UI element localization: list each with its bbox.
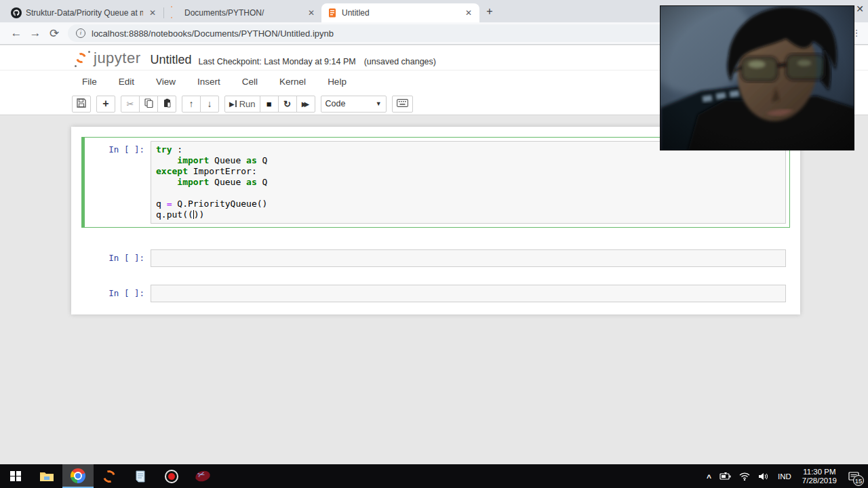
- tab-github[interactable]: Struktur-Data/Priority Queue at m ✕: [5, 3, 163, 22]
- jupyter-logo-icon[interactable]: [75, 51, 91, 67]
- paste-icon: [163, 98, 172, 110]
- add-cell-button[interactable]: +: [96, 96, 115, 113]
- jupyter-icon: [170, 7, 180, 18]
- snipping-taskbar-button[interactable]: [187, 464, 218, 488]
- cell-prompt: In [ ]:: [85, 249, 151, 267]
- snipping-tool-icon: [194, 469, 211, 483]
- battery-icon[interactable]: [719, 472, 731, 480]
- page-info-icon[interactable]: i: [76, 28, 85, 38]
- command-palette-button[interactable]: [392, 96, 413, 113]
- forward-icon[interactable]: →: [26, 26, 45, 40]
- volume-icon[interactable]: [758, 472, 768, 481]
- code-editor-empty[interactable]: [151, 285, 786, 302]
- stop-button[interactable]: ■: [260, 96, 279, 113]
- start-button[interactable]: [0, 464, 31, 488]
- cut-cell-button[interactable]: ✂: [121, 96, 140, 113]
- caret-down-icon: ▼: [376, 100, 382, 107]
- tab-jupyter-files[interactable]: Documents/PYTHON/ ✕: [164, 3, 322, 22]
- action-center-button[interactable]: 15: [842, 464, 865, 488]
- notebook-title[interactable]: Untitled: [151, 53, 192, 67]
- checkpoint-text: Last Checkpoint: Last Monday at 9:14 PM: [199, 57, 356, 67]
- menu-edit[interactable]: Edit: [119, 77, 134, 87]
- tab-title: Struktur-Data/Priority Queue at m: [26, 8, 143, 18]
- save-button[interactable]: [72, 96, 91, 113]
- fast-forward-icon: ▶▶: [302, 100, 309, 108]
- taskbar: ^ IND 11:30 PM 7/28/2019 15: [0, 464, 868, 488]
- language-indicator[interactable]: IND: [778, 472, 791, 481]
- webcam-video: [660, 6, 854, 150]
- code-cell-2[interactable]: In [ ]:: [81, 245, 790, 271]
- notepad-icon: [134, 470, 146, 483]
- run-button[interactable]: ▶ Run: [224, 96, 260, 113]
- tab-title: Untitled: [342, 8, 459, 18]
- menu-insert[interactable]: Insert: [197, 77, 220, 87]
- move-cell-down-button[interactable]: ↓: [200, 96, 219, 113]
- code-cell-1[interactable]: In [ ]: try : import Queue as Qexcept Im…: [81, 137, 790, 228]
- cut-icon: ✂: [127, 99, 134, 109]
- tab-close-icon[interactable]: ✕: [147, 7, 158, 18]
- clock[interactable]: 11:30 PM 7/28/2019: [802, 468, 837, 485]
- jupyter-logo-text[interactable]: jupyter: [94, 49, 141, 67]
- menu-kernel[interactable]: Kernel: [279, 77, 306, 87]
- tab-title: Documents/PYTHON/: [184, 8, 302, 18]
- menu-view[interactable]: View: [156, 77, 176, 87]
- chrome-icon: [71, 468, 85, 483]
- paste-cell-button[interactable]: [157, 96, 176, 113]
- code-editor[interactable]: try : import Queue as Qexcept ImportErro…: [151, 141, 786, 224]
- tab-close-icon[interactable]: ✕: [306, 7, 317, 18]
- move-cell-up-button[interactable]: ↑: [182, 96, 201, 113]
- recorder-taskbar-button[interactable]: [156, 464, 187, 488]
- run-label: Run: [239, 99, 256, 109]
- code-cell-3[interactable]: In [ ]:: [81, 281, 790, 306]
- arrow-down-icon: ↓: [208, 98, 212, 109]
- restart-run-all-button[interactable]: ▶▶: [296, 96, 315, 113]
- menu-cell[interactable]: Cell: [242, 77, 258, 87]
- menu-help[interactable]: Help: [328, 77, 347, 87]
- menu-file[interactable]: File: [82, 77, 97, 87]
- cell-type-value: Code: [326, 99, 346, 108]
- stop-icon: ■: [267, 99, 272, 109]
- code-lines: try : import Queue as Qexcept ImportErro…: [156, 144, 783, 220]
- restart-kernel-button[interactable]: ↻: [278, 96, 297, 113]
- notebook-container: In [ ]: try : import Queue as Qexcept Im…: [71, 127, 800, 314]
- clock-date: 7/28/2019: [802, 476, 837, 485]
- notification-badge: 15: [853, 475, 864, 486]
- plus-icon: +: [102, 98, 108, 110]
- new-tab-button[interactable]: +: [483, 5, 496, 18]
- step-forward-icon: ▶: [229, 100, 235, 108]
- record-icon: [165, 470, 178, 483]
- url-text[interactable]: localhost:8888/notebooks/Documents/PYTHO…: [92, 28, 334, 39]
- unsaved-changes-text: (unsaved changes): [364, 57, 436, 67]
- windows-logo-icon: [10, 471, 21, 482]
- notepad-taskbar-button[interactable]: [125, 464, 156, 488]
- jupyter-taskbar-button[interactable]: [94, 464, 125, 488]
- keyboard-icon: [397, 99, 408, 109]
- folder-icon: [39, 470, 54, 483]
- jupyter-icon: [101, 468, 117, 485]
- window-close-button[interactable]: ✕: [856, 3, 864, 14]
- back-icon[interactable]: ←: [7, 26, 26, 40]
- notebook-icon: [327, 7, 338, 18]
- copy-icon: [144, 98, 153, 110]
- arrow-up-icon: ↑: [189, 98, 194, 109]
- save-icon: [77, 98, 86, 110]
- wifi-icon[interactable]: [739, 472, 750, 481]
- restart-icon: ↻: [283, 99, 291, 109]
- cell-prompt: In [ ]:: [85, 141, 151, 224]
- chrome-taskbar-button[interactable]: [62, 464, 94, 488]
- cell-prompt: In [ ]:: [85, 285, 151, 302]
- clock-time: 11:30 PM: [802, 468, 837, 476]
- tab-close-icon[interactable]: ✕: [463, 7, 474, 18]
- screen: Struktur-Data/Priority Queue at m ✕ Docu…: [0, 0, 868, 488]
- cell-type-select[interactable]: Code ▼: [321, 96, 387, 113]
- tray-expand-icon[interactable]: ^: [707, 473, 711, 483]
- reload-icon[interactable]: ⟳: [45, 26, 64, 41]
- github-icon: [11, 7, 22, 18]
- tab-untitled-notebook[interactable]: Untitled ✕: [321, 3, 479, 22]
- copy-cell-button[interactable]: [139, 96, 158, 113]
- file-explorer-button[interactable]: [31, 464, 62, 488]
- code-editor-empty[interactable]: [151, 249, 786, 267]
- webcam-overlay: [660, 5, 854, 150]
